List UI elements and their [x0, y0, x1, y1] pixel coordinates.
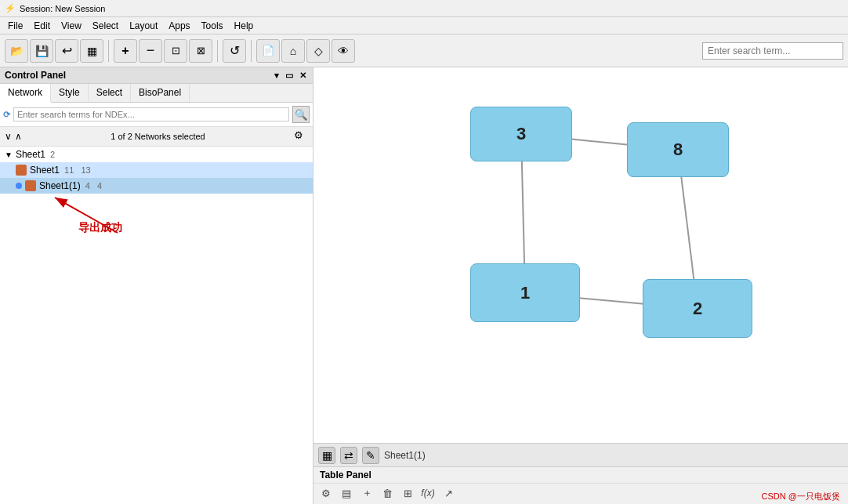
tree-item-sheet1-count: 11 13: [64, 165, 91, 175]
menu-bar: File Edit View Select Layout Apps Tools …: [0, 17, 848, 34]
zoom-custom-button[interactable]: ⊠: [189, 39, 212, 63]
node-3-label: 3: [516, 124, 526, 144]
canvas-viewport[interactable]: 3 8 1 2: [313, 67, 848, 443]
tree-item-label: Sheet1: [16, 149, 45, 160]
table-delete-btn[interactable]: 🗑: [379, 485, 395, 501]
tab-style[interactable]: Style: [51, 84, 89, 102]
share-btn[interactable]: ⇄: [340, 447, 357, 464]
menu-edit[interactable]: Edit: [29, 19, 55, 33]
title-text: Session: New Session: [20, 4, 105, 13]
node-3[interactable]: 3: [470, 107, 572, 161]
panel-title: Control Panel: [5, 70, 66, 81]
table-add-btn[interactable]: ＋: [359, 485, 375, 501]
tab-select[interactable]: Select: [89, 84, 131, 102]
table-fx-btn[interactable]: f(x): [420, 485, 436, 501]
ndex-search-btn[interactable]: 🔍: [292, 106, 310, 123]
table-export-btn[interactable]: ↗: [440, 485, 456, 501]
title-bar: ⚡ Session: New Session: [0, 0, 848, 17]
menu-apps[interactable]: Apps: [164, 19, 194, 33]
panel-tabs: Network Style Select BisoPanel: [0, 84, 313, 103]
canvas-area: 3 8 1 2 ▦ ⇄ ✎ Sheet1(1): [313, 67, 848, 504]
network-canvas: 3 8 1 2: [313, 67, 848, 443]
network-status-text: 1 of 2 Networks selected: [111, 132, 205, 141]
tree-arrow-icon: ▼: [5, 150, 13, 159]
home-button[interactable]: ⌂: [281, 39, 305, 63]
panel-dropdown-btn[interactable]: ▾: [273, 71, 281, 81]
node-8-label: 8: [673, 140, 683, 160]
network-settings-btn[interactable]: ⚙: [294, 129, 308, 143]
panel-header: Control Panel ▾ ▭ ✕: [0, 67, 313, 84]
main-layout: Control Panel ▾ ▭ ✕ Network Style Select…: [0, 67, 848, 504]
tab-network[interactable]: Network: [0, 84, 51, 103]
node-1[interactable]: 1: [470, 263, 580, 322]
node-8[interactable]: 8: [627, 122, 729, 177]
annotation-text: 导出成功: [78, 221, 122, 235]
separator-2: [217, 40, 218, 62]
node-2-label: 2: [693, 299, 702, 319]
table-panel-title: Table Panel: [313, 467, 848, 484]
ndex-search-input[interactable]: [13, 107, 289, 121]
menu-view[interactable]: View: [56, 19, 86, 33]
tree-item-sheet1-1-label: Sheet1(1): [39, 180, 81, 191]
control-panel: Control Panel ▾ ▭ ✕ Network Style Select…: [0, 67, 313, 504]
tree-network-icon-2: [25, 180, 36, 191]
canvas-bottom-bar: ▦ ⇄ ✎ Sheet1(1): [313, 443, 848, 466]
table-panel: Table Panel ⚙ ▤ ＋ 🗑 ⊞ f(x) ↗ CSDN @一只电饭煲: [313, 466, 848, 504]
network-tree: ▼ Sheet1 2 Sheet1 11 13 Sheet1(1) 4 4: [0, 147, 313, 504]
expand-all-btn[interactable]: ∧: [15, 131, 22, 142]
separator-1: [108, 40, 109, 62]
open-folder-button[interactable]: 📂: [5, 39, 28, 63]
menu-tools[interactable]: Tools: [197, 19, 228, 33]
export-doc-button[interactable]: 📄: [256, 39, 280, 63]
menu-layout[interactable]: Layout: [125, 19, 162, 33]
menu-select[interactable]: Select: [88, 19, 123, 33]
global-search-input[interactable]: [702, 42, 843, 60]
eye-button[interactable]: 👁: [332, 39, 355, 63]
table-map-btn[interactable]: ⊞: [400, 485, 415, 501]
table-panel-toolbar: ⚙ ▤ ＋ 🗑 ⊞ f(x) ↗ CSDN @一只电饭煲: [313, 484, 848, 502]
zoom-in-button[interactable]: +: [114, 39, 137, 63]
node-1-label: 1: [520, 283, 530, 303]
save-button[interactable]: 💾: [30, 39, 53, 63]
toolbar: 📂 💾 ↩ ▦ + − ⊡ ⊠ ↺ 📄 ⌂ ◇ 👁: [0, 34, 848, 67]
ndex-search-row: ⟳ 🔍: [0, 103, 313, 127]
tree-item-sheet1-1[interactable]: Sheet1(1) 4 4: [0, 178, 313, 194]
panel-header-controls: ▾ ▭ ✕: [273, 71, 308, 81]
tab-bisopanel[interactable]: BisoPanel: [131, 84, 190, 102]
layers-button[interactable]: ◇: [306, 39, 330, 63]
canvas-network-label: Sheet1(1): [384, 450, 426, 461]
grid-view-btn[interactable]: ▦: [318, 447, 335, 464]
app-icon: ⚡: [5, 3, 16, 13]
annotation-area: 导出成功: [0, 194, 313, 264]
tree-item-sheet1-label: Sheet1: [30, 165, 60, 176]
collapse-all-btn[interactable]: ∨: [5, 131, 12, 142]
menu-file[interactable]: File: [3, 19, 27, 33]
tree-network-icon: [16, 165, 27, 176]
node-2[interactable]: 2: [643, 279, 752, 338]
table-gear-btn[interactable]: ⚙: [318, 485, 334, 501]
separator-3: [251, 40, 252, 62]
refresh-button[interactable]: ↺: [223, 39, 246, 63]
tree-item-sheet1-1-count: 4 4: [85, 181, 102, 190]
edit-btn[interactable]: ✎: [362, 447, 379, 464]
zoom-out-button[interactable]: −: [139, 39, 162, 63]
zoom-fit-button[interactable]: ⊡: [164, 39, 187, 63]
collapse-controls: ∨ ∧: [5, 131, 22, 142]
tree-item-sheet1[interactable]: Sheet1 11 13: [0, 162, 313, 178]
watermark: CSDN @一只电饭煲: [762, 491, 840, 502]
import-button[interactable]: ↩: [55, 39, 78, 63]
menu-help[interactable]: Help: [230, 19, 259, 33]
network-status-row: ∨ ∧ 1 of 2 Networks selected ⚙: [0, 127, 313, 147]
selection-dot: [16, 183, 22, 189]
panel-minimize-btn[interactable]: ▭: [284, 71, 295, 81]
panel-close-btn[interactable]: ✕: [298, 71, 308, 81]
ndex-icon: ⟳: [3, 110, 10, 120]
table-columns-btn[interactable]: ▤: [339, 485, 354, 501]
network-table-button[interactable]: ▦: [80, 39, 103, 63]
edges-svg: [313, 67, 848, 443]
tree-group-sheet1[interactable]: ▼ Sheet1 2: [0, 147, 313, 162]
tree-item-count: 2: [50, 150, 55, 159]
